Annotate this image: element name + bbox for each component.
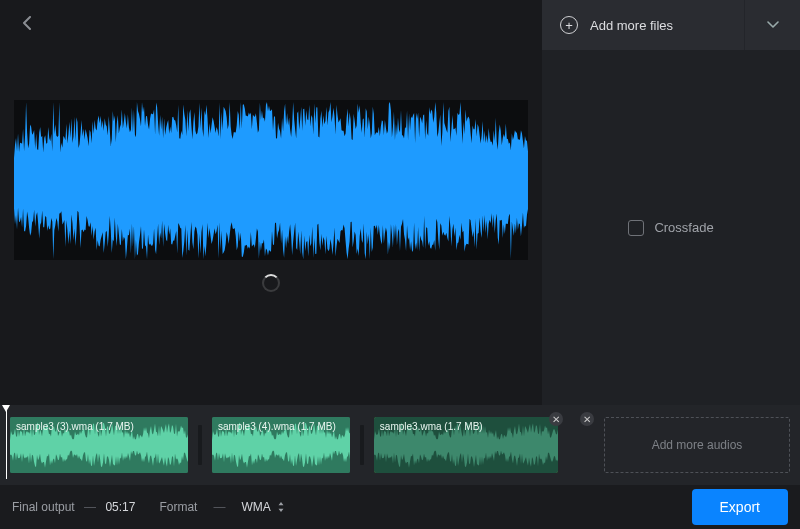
format-label: Format (159, 500, 197, 514)
crossfade-label: Crossfade (654, 220, 713, 235)
main-waveform[interactable] (14, 100, 528, 260)
timeline-clip[interactable]: sample3 (3).wma (1.7 MB) (10, 417, 188, 473)
playhead[interactable] (6, 409, 7, 479)
add-more-files-button[interactable]: + Add more files (542, 0, 744, 50)
plus-circle-icon: + (560, 16, 578, 34)
main-area (0, 0, 542, 405)
add-more-audios-label: Add more audios (652, 438, 743, 452)
export-button[interactable]: Export (692, 489, 788, 525)
final-output-readout: Final output — 05:17 (12, 500, 135, 514)
clip-gap-handle[interactable] (360, 425, 364, 465)
clip-gap-handle[interactable] (198, 425, 202, 465)
clip-label: sample3 (4).wma (1.7 MB) (218, 421, 336, 432)
format-select[interactable]: WMA (241, 500, 284, 514)
side-panel: + Add more files Crossfade (542, 0, 800, 405)
clip-close-button[interactable]: ✕ (549, 412, 563, 426)
format-value: WMA (241, 500, 270, 514)
timeline[interactable]: sample3 (3).wma (1.7 MB)sample3 (4).wma … (0, 405, 800, 485)
format-row: Format — WMA (159, 500, 284, 514)
final-output-label: Final output (12, 500, 75, 514)
timeline-clip[interactable]: sample3 (4).wma (1.7 MB) (212, 417, 350, 473)
bottom-bar: Final output — 05:17 Format — WMA Export (0, 485, 800, 529)
add-more-files-label: Add more files (590, 18, 673, 33)
add-more-audios-button[interactable]: Add more audios (604, 417, 790, 473)
back-button[interactable] (18, 14, 36, 32)
separator-icon: — (84, 500, 96, 514)
separator-icon: — (213, 500, 225, 514)
loading-spinner-icon (262, 274, 280, 292)
clip-label: sample3.wma (1.7 MB) (380, 421, 483, 432)
add-files-dropdown[interactable] (744, 0, 800, 50)
final-output-duration: 05:17 (105, 500, 135, 514)
crossfade-checkbox[interactable] (628, 220, 644, 236)
group-close-button[interactable]: ✕ (580, 412, 594, 426)
timeline-clip[interactable]: sample3.wma (1.7 MB)✕ (374, 417, 558, 473)
sort-chevrons-icon (277, 502, 285, 512)
clip-label: sample3 (3).wma (1.7 MB) (16, 421, 134, 432)
